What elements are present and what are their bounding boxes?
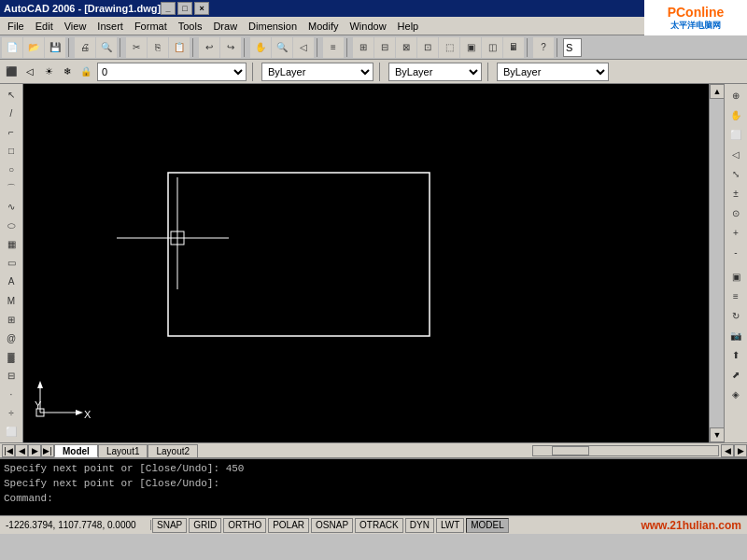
tb-open[interactable]: 📂 <box>23 37 44 58</box>
tb-b4[interactable]: ⊡ <box>417 37 438 58</box>
lt-circle-tool[interactable]: ○ <box>2 161 21 178</box>
lt-select-tool[interactable]: ↖ <box>2 86 21 104</box>
tb-new[interactable]: 📄 <box>2 37 22 58</box>
tab-nav-prev[interactable]: ◀ <box>15 444 28 457</box>
lt-point-tool[interactable]: · <box>2 385 21 403</box>
rt-named-views[interactable]: ≡ <box>726 287 745 305</box>
h-scroll-track[interactable] <box>532 445 719 456</box>
tab-layout2[interactable]: Layout2 <box>148 444 198 457</box>
tb-b3[interactable]: ⊠ <box>396 37 416 58</box>
menu-tools[interactable]: Tools <box>173 17 208 35</box>
lt-rect-tool[interactable]: □ <box>2 142 21 160</box>
tb-paste[interactable]: 📋 <box>169 37 190 58</box>
tb-preview[interactable]: 🔍 <box>96 37 117 58</box>
tb-b1[interactable]: ⊞ <box>353 37 374 58</box>
maximize-button[interactable]: □ <box>177 2 192 15</box>
lt-polyline-tool[interactable]: ⌐ <box>2 123 21 141</box>
menu-dimension[interactable]: Dimension <box>243 17 303 35</box>
lt-text-tool[interactable]: A <box>2 273 21 290</box>
menu-format[interactable]: Format <box>129 17 173 35</box>
status-dyn[interactable]: DYN <box>405 518 434 533</box>
scroll-right-button[interactable]: ▶ <box>734 444 747 457</box>
menu-file[interactable]: File <box>2 17 30 35</box>
tb-calc[interactable]: 🖩 <box>503 37 524 58</box>
tb-b5[interactable]: ⬚ <box>439 37 459 58</box>
menu-help[interactable]: Help <box>392 17 425 35</box>
rt-zoom-out[interactable]: - <box>726 243 745 261</box>
status-model[interactable]: MODEL <box>466 518 509 533</box>
rt-zoom-center[interactable]: ⊙ <box>726 203 745 222</box>
lt-spline-tool[interactable]: ∿ <box>2 198 21 216</box>
lt-table-tool[interactable]: ⊟ <box>2 367 21 385</box>
status-snap[interactable]: SNAP <box>152 518 187 533</box>
scroll-down-button[interactable]: ▼ <box>710 427 724 442</box>
close-button[interactable]: × <box>194 2 209 15</box>
tab-nav-next[interactable]: ▶ <box>28 444 41 457</box>
command-input[interactable] <box>53 493 743 504</box>
rt-zoom-window[interactable]: ⬜ <box>726 125 745 144</box>
scroll-left-button[interactable]: ◀ <box>721 444 734 457</box>
v-scroll-track[interactable] <box>710 99 724 427</box>
rt-zoom-ext[interactable]: ⤡ <box>726 164 745 183</box>
menu-window[interactable]: Window <box>344 17 391 35</box>
tb-b7[interactable]: ◫ <box>482 37 502 58</box>
tb-save[interactable]: 💾 <box>45 37 65 58</box>
tb-zoom-prev[interactable]: ◁ <box>293 37 314 58</box>
tb-b2[interactable]: ⊟ <box>374 37 395 58</box>
lt-arc-tool[interactable]: ⌒ <box>2 179 21 197</box>
rt-zoom-prev[interactable]: ◁ <box>726 145 745 163</box>
tab-nav-last[interactable]: ▶| <box>41 444 54 457</box>
rt-walk[interactable]: ⬆ <box>726 345 745 364</box>
rt-zoom-realtime[interactable]: ⊕ <box>726 86 745 105</box>
tab-nav-first[interactable]: |◀ <box>2 444 15 457</box>
tb-match[interactable]: ≡ <box>323 37 344 58</box>
tab-model[interactable]: Model <box>54 444 98 457</box>
rt-fly[interactable]: ⬈ <box>726 365 745 384</box>
lt-ellipse-tool[interactable]: ⬭ <box>2 217 21 234</box>
rt-zoom-in[interactable]: + <box>726 223 745 242</box>
lt-wipeout-tool[interactable]: ⬜ <box>2 423 21 441</box>
canvas-area[interactable]: Y X ▲ ▼ <box>23 84 724 442</box>
lt-attdef-tool[interactable]: @ <box>2 329 21 347</box>
tb-zoom[interactable]: 🔍 <box>272 37 292 58</box>
lt-divide-tool[interactable]: ÷ <box>2 404 21 422</box>
layer-manager-icon[interactable]: ⬛ <box>4 64 19 79</box>
tb-b6[interactable]: ▣ <box>460 37 481 58</box>
h-scroll-thumb[interactable] <box>552 446 589 455</box>
tab-layout1[interactable]: Layout1 <box>98 444 148 457</box>
status-grid[interactable]: GRID <box>189 518 221 533</box>
lt-hatch-tool[interactable]: ▦ <box>2 235 21 253</box>
tb-print[interactable]: 🖨 <box>75 37 95 58</box>
status-polar[interactable]: POLAR <box>268 518 309 533</box>
tb-undo[interactable]: ↩ <box>199 37 219 58</box>
scroll-up-button[interactable]: ▲ <box>710 84 724 99</box>
tb-copy[interactable]: ⎘ <box>148 37 168 58</box>
status-osnap[interactable]: OSNAP <box>311 518 353 533</box>
menu-modify[interactable]: Modify <box>303 17 344 35</box>
tb-help[interactable]: ? <box>533 37 554 58</box>
tb-cut[interactable]: ✂ <box>126 37 147 58</box>
tb-pan[interactable]: ✋ <box>250 37 271 58</box>
menu-draw[interactable]: Draw <box>207 17 243 35</box>
lt-insert-tool[interactable]: ⊞ <box>2 311 21 329</box>
menu-edit[interactable]: Edit <box>30 17 59 35</box>
linetype-dropdown[interactable]: ByLayer <box>388 63 482 81</box>
rt-zoom-scale[interactable]: ± <box>726 184 745 203</box>
rt-render[interactable]: ◈ <box>726 385 745 403</box>
lt-mtext-tool[interactable]: M <box>2 292 21 310</box>
layer-lock-icon[interactable]: 🔒 <box>78 64 93 79</box>
lt-region-tool[interactable]: ▭ <box>2 254 21 272</box>
lt-gradient-tool[interactable]: ▓ <box>2 348 21 366</box>
status-lwt[interactable]: LWT <box>436 518 464 533</box>
color-dropdown[interactable]: ByLayer <box>261 63 374 81</box>
rt-pan[interactable]: ✋ <box>726 105 745 124</box>
lineweight-dropdown[interactable]: ByLayer <box>497 63 609 81</box>
tb-redo[interactable]: ↪ <box>220 37 241 58</box>
rt-3dorbit[interactable]: ↻ <box>726 306 745 325</box>
lt-line-tool[interactable]: / <box>2 105 21 122</box>
rt-camera[interactable]: 📷 <box>726 326 745 344</box>
status-ortho[interactable]: ORTHO <box>223 518 266 533</box>
minimize-button[interactable]: _ <box>161 2 176 15</box>
layer-visible-icon[interactable]: ☀ <box>41 64 56 79</box>
menu-insert[interactable]: Insert <box>92 17 129 35</box>
